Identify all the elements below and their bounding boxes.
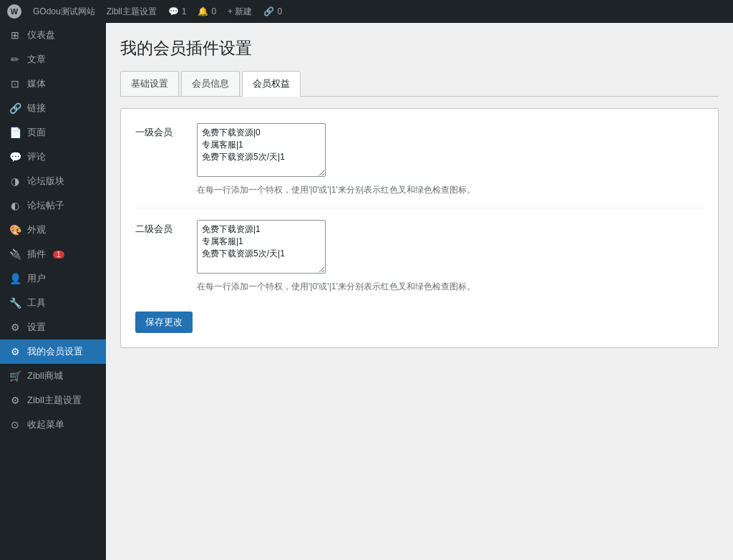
forum-posts-icon: ◐	[9, 200, 21, 211]
tabs: 基础设置 会员信息 会员权益	[120, 71, 719, 97]
level2-textarea[interactable]: 免费下载资源|1 专属客服|1 免费下载资源5次/天|1	[197, 220, 326, 274]
tab-basic[interactable]: 基础设置	[120, 71, 179, 96]
sidebar-item-zibll-theme[interactable]: ⚙ Zibll主题设置	[0, 388, 106, 412]
sidebar-item-forum-posts[interactable]: ◐ 论坛帖子	[0, 193, 106, 218]
level1-hint: 在每一行添加一个特权，使用'|0'或'|1'来分别表示红色叉和绿色检查图标。	[197, 183, 704, 196]
plugins-icon: 🔌	[9, 248, 21, 260]
link-icon: 🔗	[263, 6, 274, 16]
level1-label: 一级会员	[135, 123, 185, 139]
settings-icon: ⚙	[9, 322, 21, 333]
tools-icon: 🔧	[9, 297, 21, 309]
level2-field: 免费下载资源|1 专属客服|1 免费下载资源5次/天|1 在每一行添加一个特权，…	[197, 220, 704, 293]
users-icon: 👤	[9, 273, 21, 284]
wp-logo: W	[7, 4, 21, 19]
collapse-icon: ⊙	[9, 419, 21, 430]
sidebar-item-appearance[interactable]: 🎨 外观	[0, 218, 106, 242]
tab-info[interactable]: 会员信息	[181, 71, 240, 96]
level1-textarea-wrapper: 免费下载资源|0 专属客服|1 免费下载资源5次/天|1	[197, 123, 326, 179]
my-member-icon: ⚙	[9, 346, 21, 357]
sidebar: ⊞ 仪表盘 ✏ 文章 ⊡ 媒体 🔗 链接 📄 页面 💬 评论 ◑ 论坛版块 ◐	[0, 23, 106, 560]
theme-settings-link[interactable]: Zibll主题设置	[107, 6, 157, 18]
wp-logo-item[interactable]: W	[7, 4, 21, 19]
sidebar-item-my-member[interactable]: ⚙ 我的会员设置	[0, 339, 106, 364]
sidebar-item-media[interactable]: ⊡ 媒体	[0, 72, 106, 96]
posts-icon: ✏	[9, 54, 21, 65]
sidebar-item-posts[interactable]: ✏ 文章	[0, 47, 106, 72]
pages-icon: 📄	[9, 127, 21, 138]
section-divider	[135, 208, 704, 208]
comments-icon: 💬	[9, 151, 21, 163]
dashboard-icon: ⊞	[9, 29, 21, 41]
level2-row: 二级会员 免费下载资源|1 专属客服|1 免费下载资源5次/天|1 在每一行添加…	[135, 220, 704, 293]
sidebar-item-links[interactable]: 🔗 链接	[0, 96, 106, 120]
sidebar-item-comments[interactable]: 💬 评论	[0, 145, 106, 169]
level2-textarea-wrapper: 免费下载资源|1 专属客服|1 免费下载资源5次/天|1	[197, 220, 326, 276]
link-count[interactable]: 🔗 0	[263, 6, 282, 16]
content-card: 一级会员 免费下载资源|0 专属客服|1 免费下载资源5次/天|1 在每一行添加…	[120, 108, 719, 348]
save-button[interactable]: 保存更改	[135, 312, 193, 333]
level1-field: 免费下载资源|0 专属客服|1 免费下载资源5次/天|1 在每一行添加一个特权，…	[197, 123, 704, 196]
zibll-theme-icon: ⚙	[9, 395, 21, 406]
page-title: 我的会员插件设置	[120, 37, 719, 59]
media-icon: ⊡	[9, 78, 21, 90]
main-content: 我的会员插件设置 基础设置 会员信息 会员权益 一级会员 免费下载资源|0 专属…	[106, 23, 733, 560]
level2-label: 二级会员	[135, 220, 185, 236]
sidebar-item-dashboard[interactable]: ⊞ 仪表盘	[0, 23, 106, 47]
comments-count[interactable]: 💬 1	[168, 6, 187, 16]
sidebar-item-users[interactable]: 👤 用户	[0, 266, 106, 291]
sidebar-item-forum-sections[interactable]: ◑ 论坛版块	[0, 169, 106, 193]
sidebar-item-plugins[interactable]: 🔌 插件 1	[0, 242, 106, 266]
sidebar-item-collapse[interactable]: ⊙ 收起菜单	[0, 412, 106, 437]
zibll-shop-icon: 🛒	[9, 370, 21, 382]
notifications-count[interactable]: 🔔 0	[198, 6, 216, 16]
sidebar-item-tools[interactable]: 🔧 工具	[0, 291, 106, 315]
sidebar-item-zibll-shop[interactable]: 🛒 Zibll商城	[0, 364, 106, 388]
comment-icon: 💬	[168, 6, 179, 16]
plugins-badge: 1	[53, 251, 64, 259]
topbar: W GOdou测试网站 Zibll主题设置 💬 1 🔔 0 + 新建 🔗 0	[0, 0, 733, 23]
forum-sections-icon: ◑	[9, 175, 21, 187]
sidebar-item-settings[interactable]: ⚙ 设置	[0, 315, 106, 339]
save-row: 保存更改	[135, 304, 704, 333]
level1-textarea[interactable]: 免费下载资源|0 专属客服|1 免费下载资源5次/天|1	[197, 123, 326, 177]
new-content-button[interactable]: + 新建	[228, 6, 252, 18]
level1-row: 一级会员 免费下载资源|0 专属客服|1 免费下载资源5次/天|1 在每一行添加…	[135, 123, 704, 196]
appearance-icon: 🎨	[9, 224, 21, 236]
site-name[interactable]: GOdou测试网站	[33, 6, 95, 18]
bell-icon: 🔔	[198, 6, 208, 16]
sidebar-item-pages[interactable]: 📄 页面	[0, 120, 106, 145]
links-icon: 🔗	[9, 102, 21, 114]
level2-hint: 在每一行添加一个特权，使用'|0'或'|1'来分别表示红色叉和绿色检查图标。	[197, 280, 704, 293]
tab-benefits[interactable]: 会员权益	[242, 71, 301, 97]
